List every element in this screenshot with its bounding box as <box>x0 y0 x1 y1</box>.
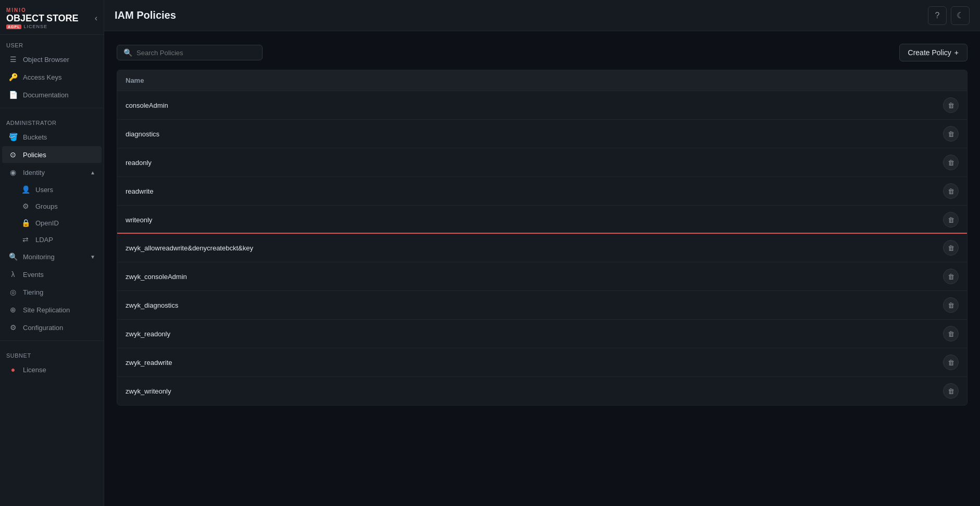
sidebar-item-users-label: Users <box>35 186 53 194</box>
theme-button[interactable]: ☾ <box>951 6 970 25</box>
sidebar-item-users[interactable]: 👤 Users <box>2 182 102 197</box>
sidebar-item-site-replication[interactable]: ⊕ Site Replication <box>2 301 102 318</box>
delete-button[interactable]: 🗑 <box>943 326 959 341</box>
delete-button[interactable]: 🗑 <box>943 297 959 313</box>
sidebar-item-buckets[interactable]: 🪣 Buckets <box>2 129 102 145</box>
sidebar-item-policies[interactable]: ⊙ Policies <box>2 146 102 163</box>
sidebar-item-documentation-label: Documentation <box>23 91 68 99</box>
sidebar: MINIO OBJECT STORE AGPL LICENSE ‹ User ☰… <box>0 0 104 506</box>
sidebar-item-events-label: Events <box>23 271 44 279</box>
delete-button[interactable]: 🗑 <box>943 212 959 227</box>
sidebar-item-site-replication-label: Site Replication <box>23 306 70 314</box>
table-row[interactable]: zwyk_writeonly 🗑 <box>117 377 967 405</box>
table-row[interactable]: zwyk_diagnostics 🗑 <box>117 291 967 320</box>
page-title: IAM Policies <box>115 9 176 21</box>
object-browser-icon: ☰ <box>8 55 18 64</box>
groups-icon: ⚙ <box>21 202 30 210</box>
table-row[interactable]: zwyk_allowreadwrite&denycreatebckt&key 🗑 <box>117 234 967 262</box>
sidebar-item-access-keys-label: Access Keys <box>23 73 61 81</box>
ldap-icon: ⇄ <box>21 235 30 244</box>
sidebar-item-documentation[interactable]: 📄 Documentation <box>2 86 102 103</box>
help-button[interactable]: ? <box>928 6 947 25</box>
events-icon: λ <box>8 270 18 279</box>
policy-name: writeonly <box>126 216 943 224</box>
delete-button[interactable]: 🗑 <box>943 97 959 113</box>
sidebar-item-object-browser[interactable]: ☰ Object Browser <box>2 51 102 68</box>
policy-name: readwrite <box>126 187 943 195</box>
delete-button[interactable]: 🗑 <box>943 126 959 142</box>
configuration-icon: ⚙ <box>8 323 18 332</box>
delete-button[interactable]: 🗑 <box>943 355 959 370</box>
user-section-label: User <box>0 35 104 50</box>
sidebar-item-configuration-label: Configuration <box>23 324 63 332</box>
policy-name: zwyk_allowreadwrite&denycreatebckt&key <box>126 244 943 252</box>
access-keys-icon: 🔑 <box>8 73 18 81</box>
sidebar-item-tiering-label: Tiering <box>23 288 43 296</box>
create-policy-button[interactable]: Create Policy + <box>899 44 967 61</box>
logo-license-text: LICENSE <box>23 24 47 29</box>
sidebar-collapse-button[interactable]: ‹ <box>95 14 97 23</box>
policies-icon: ⊙ <box>8 150 18 159</box>
sidebar-item-configuration[interactable]: ⚙ Configuration <box>2 319 102 336</box>
logo: MINIO OBJECT STORE AGPL LICENSE <box>6 7 79 29</box>
delete-button[interactable]: 🗑 <box>943 240 959 256</box>
delete-button[interactable]: 🗑 <box>943 269 959 284</box>
sidebar-item-openid-label: OpenID <box>35 219 59 227</box>
table-row[interactable]: readwrite 🗑 <box>117 177 967 206</box>
sidebar-item-policies-label: Policies <box>23 151 46 159</box>
sidebar-item-identity-label: Identity <box>23 169 45 176</box>
table-row[interactable]: writeonly 🗑 <box>117 206 967 234</box>
openid-icon: 🔒 <box>21 219 30 227</box>
column-name-header: Name <box>126 77 959 84</box>
sidebar-item-tiering[interactable]: ◎ Tiering <box>2 284 102 300</box>
highlighted-rows-group: zwyk_allowreadwrite&denycreatebckt&key 🗑… <box>117 234 967 405</box>
normal-rows: consoleAdmin 🗑 diagnostics 🗑 readonly 🗑 … <box>117 91 967 234</box>
policy-name: consoleAdmin <box>126 102 943 109</box>
main-area: IAM Policies ? ☾ 🔍 Create Policy + Name <box>104 0 980 506</box>
license-icon: ● <box>8 365 18 374</box>
create-policy-label: Create Policy <box>908 48 951 57</box>
toolbar: 🔍 Create Policy + <box>117 44 967 61</box>
delete-button[interactable]: 🗑 <box>943 183 959 199</box>
logo-badge: AGPL <box>6 24 21 29</box>
table-row[interactable]: zwyk_consoleAdmin 🗑 <box>117 262 967 291</box>
policy-name: zwyk_readonly <box>126 330 943 338</box>
sidebar-item-identity[interactable]: ◉ Identity ▲ <box>2 164 102 181</box>
identity-expand-icon: ▲ <box>90 170 95 175</box>
identity-icon: ◉ <box>8 168 18 176</box>
policy-name: diagnostics <box>126 130 943 138</box>
policy-name: readonly <box>126 159 943 167</box>
search-input[interactable] <box>137 49 256 57</box>
delete-button[interactable]: 🗑 <box>943 383 959 399</box>
search-icon: 🔍 <box>123 48 132 57</box>
content-area: 🔍 Create Policy + Name consoleAdmin 🗑 di… <box>104 31 980 506</box>
search-box[interactable]: 🔍 <box>117 45 263 60</box>
policy-name: zwyk_consoleAdmin <box>126 273 943 281</box>
sidebar-item-groups[interactable]: ⚙ Groups <box>2 198 102 214</box>
sidebar-item-openid[interactable]: 🔒 OpenID <box>2 215 102 231</box>
table-header: Name <box>117 70 967 91</box>
topbar-actions: ? ☾ <box>928 6 970 25</box>
policies-table: Name consoleAdmin 🗑 diagnostics 🗑 readon… <box>117 70 967 406</box>
sidebar-item-ldap-label: LDAP <box>35 236 53 244</box>
monitoring-icon: 🔍 <box>8 252 18 261</box>
delete-button[interactable]: 🗑 <box>943 155 959 170</box>
sidebar-item-license[interactable]: ● License <box>2 361 102 378</box>
sidebar-item-object-browser-label: Object Browser <box>23 56 69 64</box>
documentation-icon: 📄 <box>8 91 18 99</box>
logo-line2: STORE <box>46 13 79 23</box>
sidebar-item-ldap[interactable]: ⇄ LDAP <box>2 232 102 247</box>
subnet-section-label: Subnet <box>0 345 104 361</box>
table-row[interactable]: readonly 🗑 <box>117 148 967 177</box>
logo-area: MINIO OBJECT STORE AGPL LICENSE ‹ <box>0 0 104 35</box>
sidebar-item-license-label: License <box>23 366 46 374</box>
sidebar-item-events[interactable]: λ Events <box>2 266 102 283</box>
table-row[interactable]: zwyk_readwrite 🗑 <box>117 348 967 377</box>
table-row[interactable]: diagnostics 🗑 <box>117 120 967 148</box>
table-row[interactable]: consoleAdmin 🗑 <box>117 91 967 120</box>
sidebar-item-buckets-label: Buckets <box>23 133 47 141</box>
table-row[interactable]: zwyk_readonly 🗑 <box>117 320 967 348</box>
sidebar-item-access-keys[interactable]: 🔑 Access Keys <box>2 69 102 85</box>
tiering-icon: ◎ <box>8 288 18 296</box>
sidebar-item-monitoring[interactable]: 🔍 Monitoring ▼ <box>2 248 102 265</box>
